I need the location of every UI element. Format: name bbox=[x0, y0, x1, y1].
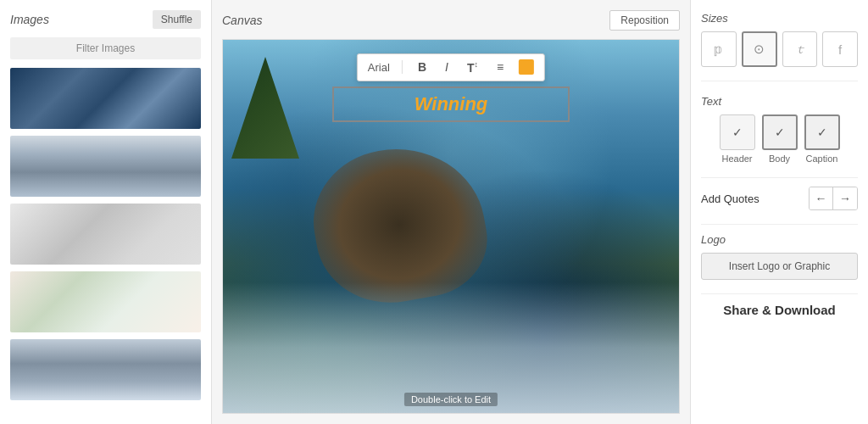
image-thumb-1[interactable] bbox=[10, 68, 201, 129]
instagram-size-btn[interactable]: ⊙ bbox=[742, 31, 777, 67]
italic-button[interactable]: I bbox=[442, 59, 452, 75]
body-check-icon: ✓ bbox=[775, 126, 785, 139]
canvas-area[interactable]: Arial B I T↕ ≡ Winning Double-click to E… bbox=[222, 39, 680, 414]
sizes-icons: 𝕡 ⊙ 𝓽 f bbox=[701, 31, 858, 67]
body-option: ✓ Body bbox=[762, 114, 798, 164]
canvas-textbox[interactable]: Winning bbox=[332, 86, 570, 122]
filter-images-button[interactable]: Filter Images bbox=[10, 37, 201, 59]
caption-option: ✓ Caption bbox=[804, 114, 840, 164]
image-thumb-4[interactable] bbox=[10, 271, 201, 332]
image-thumb-5[interactable] bbox=[10, 339, 201, 400]
canvas-panel: Canvas Reposition Arial B I T↕ ≡ Winning… bbox=[212, 0, 690, 424]
images-title: Images bbox=[10, 13, 49, 26]
images-list bbox=[10, 68, 201, 414]
quotes-label: Add Quotes bbox=[701, 192, 760, 205]
pinterest-size-btn[interactable]: 𝕡 bbox=[701, 31, 737, 67]
toolbar-separator-1 bbox=[402, 60, 403, 74]
facebook-size-btn[interactable]: f bbox=[822, 31, 858, 67]
arrow-left-icon: ← bbox=[815, 192, 827, 205]
images-header: Images Shuffle bbox=[10, 10, 201, 29]
canvas-title: Canvas bbox=[222, 14, 262, 27]
instagram-icon: ⊙ bbox=[754, 42, 765, 57]
canvas-text: Winning bbox=[415, 93, 488, 114]
quotes-section: Add Quotes ← → bbox=[701, 177, 858, 210]
twitter-icon: 𝓽 bbox=[798, 42, 802, 57]
align-button[interactable]: ≡ bbox=[493, 59, 507, 75]
header-label: Header bbox=[721, 153, 752, 164]
header-option: ✓ Header bbox=[720, 114, 755, 164]
facebook-icon: f bbox=[838, 42, 842, 57]
caption-check-icon: ✓ bbox=[817, 126, 827, 139]
header-checkbox[interactable]: ✓ bbox=[720, 114, 755, 150]
quotes-prev-button[interactable]: ← bbox=[810, 187, 833, 209]
body-label: Body bbox=[769, 153, 790, 164]
share-section: Share & Download bbox=[701, 293, 858, 317]
image-thumb-2[interactable] bbox=[10, 136, 201, 197]
arrow-right-icon: → bbox=[839, 192, 851, 205]
caption-checkbox[interactable]: ✓ bbox=[804, 114, 840, 150]
text-toolbar: Arial B I T↕ ≡ bbox=[357, 53, 545, 81]
font-selector[interactable]: Arial bbox=[368, 61, 390, 74]
share-title[interactable]: Share & Download bbox=[723, 303, 836, 317]
canvas-header: Canvas Reposition bbox=[222, 10, 680, 31]
right-panel: Sizes 𝕡 ⊙ 𝓽 f Text ✓ Header bbox=[690, 0, 868, 424]
bold-button[interactable]: B bbox=[415, 59, 430, 75]
text-options: ✓ Header ✓ Body ✓ Caption bbox=[701, 114, 858, 164]
text-section: Text ✓ Header ✓ Body ✓ Caption bbox=[701, 95, 858, 164]
caption-label: Caption bbox=[806, 153, 838, 164]
resize-text-button[interactable]: T↕ bbox=[464, 59, 481, 76]
insert-logo-button[interactable]: Insert Logo or Graphic bbox=[701, 253, 858, 280]
divider-1 bbox=[701, 81, 858, 81]
pinterest-icon: 𝕡 bbox=[714, 42, 723, 57]
header-check-icon: ✓ bbox=[732, 126, 743, 139]
color-picker[interactable] bbox=[519, 59, 534, 75]
logo-section: Logo Insert Logo or Graphic bbox=[701, 224, 858, 280]
image-thumb-3[interactable] bbox=[10, 204, 201, 265]
sizes-title: Sizes bbox=[701, 12, 858, 25]
shuffle-button[interactable]: Shuffle bbox=[153, 10, 201, 29]
canvas-hint: Double-click to Edit bbox=[404, 393, 498, 406]
body-checkbox[interactable]: ✓ bbox=[762, 114, 798, 150]
images-panel: Images Shuffle Filter Images bbox=[0, 0, 212, 424]
sizes-section: Sizes 𝕡 ⊙ 𝓽 f bbox=[701, 12, 858, 67]
text-section-title: Text bbox=[701, 95, 858, 108]
quotes-row: Add Quotes ← → bbox=[701, 187, 858, 210]
reposition-button[interactable]: Reposition bbox=[609, 10, 680, 31]
quotes-next-button[interactable]: → bbox=[833, 187, 857, 209]
quotes-nav: ← → bbox=[809, 187, 858, 210]
logo-title: Logo bbox=[701, 233, 858, 246]
twitter-size-btn[interactable]: 𝓽 bbox=[782, 31, 818, 67]
